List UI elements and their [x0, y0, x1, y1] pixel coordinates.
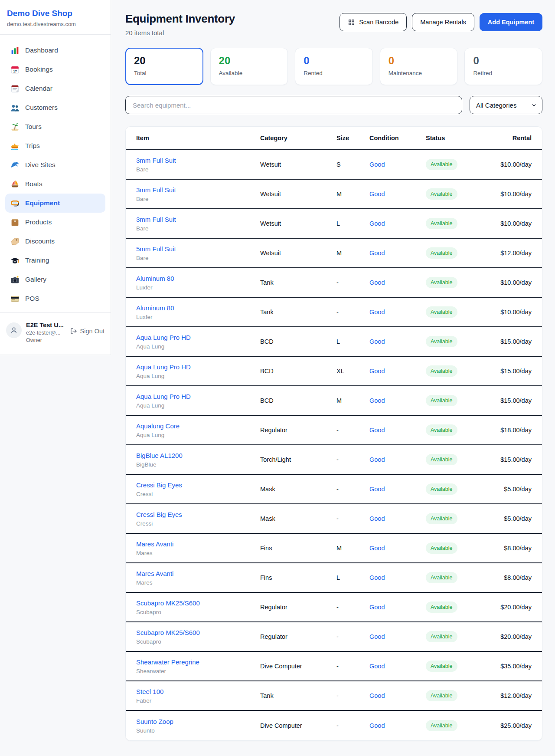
size-cell: -: [336, 515, 369, 522]
item-name-link[interactable]: 3mm Full Suit: [136, 216, 260, 223]
condition-link[interactable]: Good: [369, 604, 385, 611]
sidebar-item-products[interactable]: Products: [5, 213, 105, 232]
item-name-link[interactable]: Aqua Lung Pro HD: [136, 334, 260, 341]
condition-link[interactable]: Good: [369, 220, 385, 227]
size-cell: -: [336, 279, 369, 286]
status-cell: Available: [426, 690, 489, 701]
item-name-link[interactable]: Shearwater Peregrine: [136, 658, 260, 666]
item-name-link[interactable]: Scubapro MK25/S600: [136, 599, 260, 607]
sidebar-item-tours[interactable]: Tours: [5, 117, 105, 136]
column-header-rental: Rental: [489, 135, 532, 141]
status-badge: Available: [426, 159, 457, 170]
condition-link[interactable]: Good: [369, 427, 385, 434]
condition-link[interactable]: Good: [369, 161, 385, 168]
item-name-link[interactable]: Aluminum 80: [136, 304, 260, 312]
condition-cell: Good: [369, 485, 426, 493]
condition-link[interactable]: Good: [369, 486, 385, 493]
sidebar-item-training[interactable]: Training: [5, 251, 105, 270]
item-name-link[interactable]: BigBlue AL1200: [136, 452, 260, 459]
condition-link[interactable]: Good: [369, 368, 385, 375]
condition-link[interactable]: Good: [369, 663, 385, 670]
item-name-link[interactable]: Suunto Zoop: [136, 718, 260, 725]
page-title-block: Equipment Inventory 20 items total: [125, 12, 235, 36]
condition-link[interactable]: Good: [369, 633, 385, 640]
column-header-category: Category: [260, 135, 336, 141]
stat-card-retired[interactable]: 0Retired: [464, 48, 542, 85]
sidebar-item-gallery[interactable]: Gallery: [5, 270, 105, 289]
rental-cell: $15.00/day: [489, 397, 532, 404]
sidebar-item-label: Equipment: [25, 199, 60, 207]
status-badge: Available: [426, 247, 457, 259]
item-name-link[interactable]: Aluminum 80: [136, 275, 260, 282]
item-name-link[interactable]: Scubapro MK25/S600: [136, 629, 260, 636]
condition-link[interactable]: Good: [369, 545, 385, 552]
item-brand: Scubapro: [136, 609, 260, 615]
condition-cell: Good: [369, 692, 426, 700]
sidebar-item-bookings[interactable]: 17Bookings: [5, 60, 105, 79]
stat-card-total[interactable]: 20Total: [125, 48, 203, 85]
add-equipment-button[interactable]: Add Equipment: [480, 13, 542, 31]
condition-link[interactable]: Good: [369, 515, 385, 522]
brand-name[interactable]: Demo Dive Shop: [7, 9, 104, 18]
rental-cell: $15.00/day: [489, 338, 532, 345]
item-name-link[interactable]: 5mm Full Suit: [136, 245, 260, 253]
item-name-link[interactable]: Mares Avanti: [136, 540, 260, 548]
condition-link[interactable]: Good: [369, 456, 385, 463]
item-cell: Mares AvantiMares: [136, 540, 260, 556]
search-input[interactable]: [125, 96, 462, 114]
condition-link[interactable]: Good: [369, 338, 385, 345]
stat-card-rented[interactable]: 0Rented: [295, 48, 373, 85]
sidebar-item-customers[interactable]: Customers: [5, 98, 105, 117]
item-name-link[interactable]: Cressi Big Eyes: [136, 511, 260, 518]
condition-link[interactable]: Good: [369, 279, 385, 286]
camera-flash-icon: [10, 275, 20, 284]
sidebar-item-pos[interactable]: POS: [5, 289, 105, 308]
table-row: Shearwater PeregrineShearwaterDive Compu…: [126, 652, 542, 681]
status-badge: Available: [426, 218, 457, 229]
category-cell: Wetsuit: [260, 191, 336, 197]
water-wave-icon: [10, 161, 20, 170]
scan-barcode-button[interactable]: Scan Barcode: [340, 13, 407, 31]
item-name-link[interactable]: Steel 100: [136, 688, 260, 695]
user-email: e2e-tester@...: [26, 330, 66, 336]
category-select[interactable]: All Categories: [470, 96, 542, 114]
sidebar-item-boats[interactable]: Boats: [5, 174, 105, 194]
item-name-link[interactable]: 3mm Full Suit: [136, 186, 260, 194]
sidebar-item-equipment[interactable]: Equipment: [5, 194, 105, 213]
condition-link[interactable]: Good: [369, 309, 385, 316]
status-badge: Available: [426, 720, 457, 731]
condition-link[interactable]: Good: [369, 250, 385, 256]
size-cell: M: [336, 397, 369, 404]
condition-link[interactable]: Good: [369, 574, 385, 581]
item-cell: Aqua Lung Pro HDAqua Lung: [136, 393, 260, 409]
manage-rentals-button[interactable]: Manage Rentals: [412, 13, 474, 31]
item-name-link[interactable]: Cressi Big Eyes: [136, 481, 260, 489]
item-name-link[interactable]: Mares Avanti: [136, 570, 260, 577]
sidebar-item-dive-sites[interactable]: Dive Sites: [5, 155, 105, 174]
condition-cell: Good: [369, 722, 426, 730]
item-name-link[interactable]: Aqua Lung Pro HD: [136, 363, 260, 371]
item-name-link[interactable]: 3mm Full Suit: [136, 157, 260, 164]
category-cell: Regulator: [260, 427, 336, 434]
condition-link[interactable]: Good: [369, 397, 385, 404]
sidebar-item-calendar[interactable]: Calendar: [5, 79, 105, 98]
stat-value: 0: [388, 55, 449, 67]
header-actions: Scan Barcode Manage Rentals Add Equipmen…: [340, 13, 542, 31]
table-row: Aqua Lung Pro HDAqua LungBCDMGoodAvailab…: [126, 386, 542, 416]
rental-cell: $10.00/day: [489, 191, 532, 197]
condition-link[interactable]: Good: [369, 722, 385, 729]
status-badge: Available: [426, 188, 457, 200]
table-row: 3mm Full SuitBareWetsuitSGoodAvailable$1…: [126, 150, 542, 180]
item-cell: BigBlue AL1200BigBlue: [136, 452, 260, 468]
sidebar-item-discounts[interactable]: Discounts: [5, 232, 105, 251]
item-name-link[interactable]: Aqualung Core: [136, 422, 260, 430]
condition-cell: Good: [369, 161, 426, 168]
sidebar-item-dashboard[interactable]: Dashboard: [5, 41, 105, 60]
item-name-link[interactable]: Aqua Lung Pro HD: [136, 393, 260, 400]
sign-out-button[interactable]: Sign Out: [70, 328, 104, 335]
condition-link[interactable]: Good: [369, 692, 385, 699]
stat-card-available[interactable]: 20Available: [210, 48, 288, 85]
stat-card-maintenance[interactable]: 0Maintenance: [380, 48, 458, 85]
condition-link[interactable]: Good: [369, 191, 385, 197]
sidebar-item-trips[interactable]: Trips: [5, 136, 105, 155]
